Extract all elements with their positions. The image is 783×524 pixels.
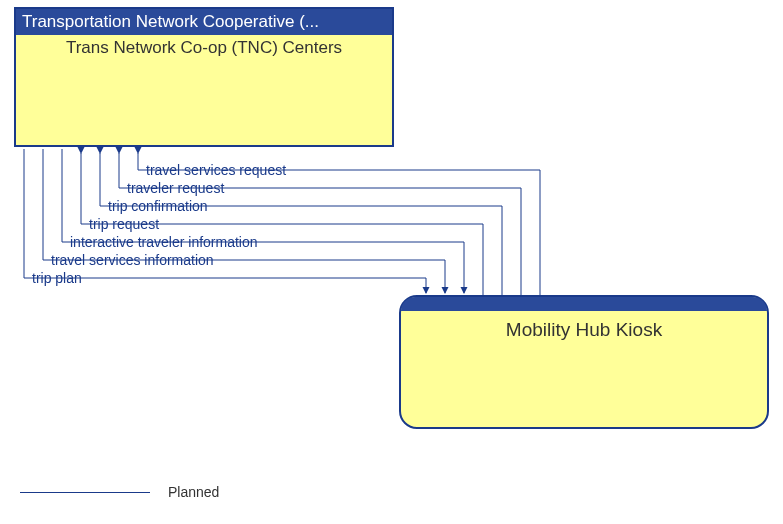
flow-label-trip-confirmation: trip confirmation	[108, 198, 208, 214]
legend-label-planned: Planned	[168, 484, 219, 500]
flow-label-trip-request: trip request	[89, 216, 159, 232]
flow-label-travel-services-info: travel services information	[51, 252, 214, 268]
flow-label-trip-plan: trip plan	[32, 270, 82, 286]
tnc-subtitle: Trans Network Co-op (TNC) Centers	[16, 35, 392, 61]
legend-line-planned	[20, 492, 150, 493]
tnc-header: Transportation Network Cooperative (...	[16, 9, 392, 35]
flow-label-traveler-request: traveler request	[127, 180, 224, 196]
kiosk-header-bar	[401, 297, 767, 311]
mobility-hub-kiosk-box: Mobility Hub Kiosk	[399, 295, 769, 429]
flow-label-travel-services-request: travel services request	[146, 162, 286, 178]
kiosk-label: Mobility Hub Kiosk	[401, 311, 767, 349]
flow-label-interactive-traveler-info: interactive traveler information	[70, 234, 258, 250]
tnc-centers-box: Transportation Network Cooperative (... …	[14, 7, 394, 147]
